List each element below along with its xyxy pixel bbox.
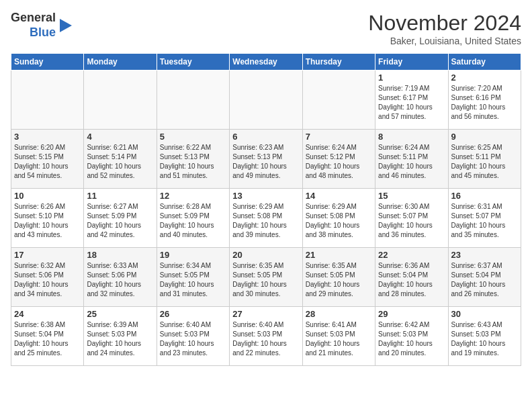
- day-number: 21: [306, 250, 372, 260]
- svg-marker-0: [60, 19, 72, 32]
- day-info: Sunrise: 6:41 AMSunset: 5:03 PMDaylight:…: [306, 320, 372, 358]
- calendar-week-row: 10Sunrise: 6:26 AMSunset: 5:10 PMDayligh…: [11, 189, 521, 248]
- day-info: Sunrise: 6:38 AMSunset: 5:04 PMDaylight:…: [14, 320, 81, 358]
- day-number: 22: [378, 250, 445, 260]
- day-number: 13: [232, 191, 299, 201]
- day-number: 7: [306, 132, 372, 142]
- day-info: Sunrise: 7:20 AMSunset: 6:16 PMDaylight:…: [451, 84, 518, 122]
- calendar-cell: 8Sunrise: 6:24 AMSunset: 5:11 PMDaylight…: [375, 130, 448, 189]
- day-number: 29: [378, 309, 445, 319]
- day-info: Sunrise: 6:33 AMSunset: 5:06 PMDaylight:…: [87, 261, 153, 299]
- calendar-table: SundayMondayTuesdayWednesdayThursdayFrid…: [11, 53, 521, 366]
- day-info: Sunrise: 6:28 AMSunset: 5:09 PMDaylight:…: [160, 202, 226, 240]
- day-info: Sunrise: 6:25 AMSunset: 5:11 PMDaylight:…: [451, 143, 518, 181]
- day-number: 20: [232, 250, 299, 260]
- calendar-cell: 6Sunrise: 6:23 AMSunset: 5:13 PMDaylight…: [230, 130, 302, 189]
- weekday-header: Wednesday: [230, 54, 302, 71]
- calendar-cell: [11, 71, 84, 130]
- calendar-cell: 28Sunrise: 6:41 AMSunset: 5:03 PMDayligh…: [302, 307, 375, 366]
- weekday-header-row: SundayMondayTuesdayWednesdayThursdayFrid…: [11, 54, 521, 71]
- day-number: 10: [14, 191, 81, 201]
- location-label: Baker, Louisiana, United States: [368, 36, 521, 46]
- day-number: 12: [160, 191, 226, 201]
- day-info: Sunrise: 6:26 AMSunset: 5:10 PMDaylight:…: [14, 202, 81, 240]
- day-number: 5: [160, 132, 226, 142]
- calendar-cell: 21Sunrise: 6:35 AMSunset: 5:05 PMDayligh…: [302, 248, 375, 307]
- day-number: 15: [378, 191, 445, 201]
- day-info: Sunrise: 6:21 AMSunset: 5:14 PMDaylight:…: [87, 143, 153, 181]
- month-title: November 2024: [368, 11, 521, 36]
- day-number: 27: [232, 309, 299, 319]
- day-number: 9: [451, 132, 518, 142]
- day-info: Sunrise: 6:32 AMSunset: 5:06 PMDaylight:…: [14, 261, 81, 299]
- day-info: Sunrise: 6:42 AMSunset: 5:03 PMDaylight:…: [378, 320, 445, 358]
- calendar-cell: 23Sunrise: 6:37 AMSunset: 5:04 PMDayligh…: [448, 248, 521, 307]
- day-info: Sunrise: 6:39 AMSunset: 5:03 PMDaylight:…: [87, 320, 153, 358]
- day-number: 25: [87, 309, 153, 319]
- day-info: Sunrise: 6:40 AMSunset: 5:03 PMDaylight:…: [160, 320, 226, 358]
- weekday-header: Sunday: [11, 54, 84, 71]
- day-info: Sunrise: 6:20 AMSunset: 5:15 PMDaylight:…: [14, 143, 81, 181]
- day-number: 3: [14, 132, 81, 142]
- calendar-cell: 29Sunrise: 6:42 AMSunset: 5:03 PMDayligh…: [375, 307, 448, 366]
- calendar-cell: 19Sunrise: 6:34 AMSunset: 5:05 PMDayligh…: [157, 248, 229, 307]
- calendar-cell: 9Sunrise: 6:25 AMSunset: 5:11 PMDaylight…: [448, 130, 521, 189]
- day-info: Sunrise: 6:40 AMSunset: 5:03 PMDaylight:…: [232, 320, 299, 358]
- calendar-cell: 27Sunrise: 6:40 AMSunset: 5:03 PMDayligh…: [230, 307, 302, 366]
- calendar-cell: 16Sunrise: 6:31 AMSunset: 5:07 PMDayligh…: [448, 189, 521, 248]
- calendar-cell: 14Sunrise: 6:29 AMSunset: 5:08 PMDayligh…: [302, 189, 375, 248]
- logo: General Blue: [11, 11, 73, 40]
- calendar-cell: 20Sunrise: 6:35 AMSunset: 5:05 PMDayligh…: [230, 248, 302, 307]
- day-info: Sunrise: 6:35 AMSunset: 5:05 PMDaylight:…: [306, 261, 372, 299]
- calendar-week-row: 17Sunrise: 6:32 AMSunset: 5:06 PMDayligh…: [11, 248, 521, 307]
- day-number: 16: [451, 191, 518, 201]
- day-number: 18: [87, 250, 153, 260]
- weekday-header: Monday: [84, 54, 157, 71]
- day-number: 19: [160, 250, 226, 260]
- calendar-cell: 30Sunrise: 6:43 AMSunset: 5:03 PMDayligh…: [448, 307, 521, 366]
- weekday-header: Tuesday: [157, 54, 229, 71]
- day-info: Sunrise: 6:29 AMSunset: 5:08 PMDaylight:…: [232, 202, 299, 240]
- day-info: Sunrise: 6:36 AMSunset: 5:04 PMDaylight:…: [378, 261, 445, 299]
- day-info: Sunrise: 6:22 AMSunset: 5:13 PMDaylight:…: [160, 143, 226, 181]
- day-info: Sunrise: 6:34 AMSunset: 5:05 PMDaylight:…: [160, 261, 226, 299]
- day-number: 8: [378, 132, 445, 142]
- title-block: November 2024 Baker, Louisiana, United S…: [368, 11, 521, 46]
- day-number: 11: [87, 191, 153, 201]
- day-info: Sunrise: 6:24 AMSunset: 5:12 PMDaylight:…: [306, 143, 372, 181]
- calendar-cell: 7Sunrise: 6:24 AMSunset: 5:12 PMDaylight…: [302, 130, 375, 189]
- weekday-header: Saturday: [448, 54, 521, 71]
- calendar-cell: 4Sunrise: 6:21 AMSunset: 5:14 PMDaylight…: [84, 130, 157, 189]
- page-header: General Blue November 2024 Baker, Louisi…: [11, 11, 521, 46]
- day-number: 30: [451, 309, 518, 319]
- calendar-cell: 22Sunrise: 6:36 AMSunset: 5:04 PMDayligh…: [375, 248, 448, 307]
- calendar-cell: 5Sunrise: 6:22 AMSunset: 5:13 PMDaylight…: [157, 130, 229, 189]
- day-number: 23: [451, 250, 518, 260]
- logo-general: General: [11, 11, 56, 26]
- calendar-cell: 18Sunrise: 6:33 AMSunset: 5:06 PMDayligh…: [84, 248, 157, 307]
- logo-arrow-icon: [60, 16, 73, 35]
- calendar-cell: 12Sunrise: 6:28 AMSunset: 5:09 PMDayligh…: [157, 189, 229, 248]
- calendar-cell: 2Sunrise: 7:20 AMSunset: 6:16 PMDaylight…: [448, 71, 521, 130]
- weekday-header: Friday: [375, 54, 448, 71]
- day-number: 2: [451, 73, 518, 83]
- day-info: Sunrise: 7:19 AMSunset: 6:17 PMDaylight:…: [378, 84, 445, 122]
- day-number: 4: [87, 132, 153, 142]
- calendar-cell: 10Sunrise: 6:26 AMSunset: 5:10 PMDayligh…: [11, 189, 84, 248]
- day-number: 28: [306, 309, 372, 319]
- day-number: 26: [160, 309, 226, 319]
- calendar-cell: 1Sunrise: 7:19 AMSunset: 6:17 PMDaylight…: [375, 71, 448, 130]
- calendar-cell: [157, 71, 229, 130]
- day-number: 1: [378, 73, 445, 83]
- calendar-cell: [302, 71, 375, 130]
- day-info: Sunrise: 6:35 AMSunset: 5:05 PMDaylight:…: [232, 261, 299, 299]
- day-info: Sunrise: 6:29 AMSunset: 5:08 PMDaylight:…: [306, 202, 372, 240]
- day-info: Sunrise: 6:31 AMSunset: 5:07 PMDaylight:…: [451, 202, 518, 240]
- calendar-cell: 25Sunrise: 6:39 AMSunset: 5:03 PMDayligh…: [84, 307, 157, 366]
- calendar-cell: 24Sunrise: 6:38 AMSunset: 5:04 PMDayligh…: [11, 307, 84, 366]
- day-info: Sunrise: 6:27 AMSunset: 5:09 PMDaylight:…: [87, 202, 153, 240]
- calendar-week-row: 24Sunrise: 6:38 AMSunset: 5:04 PMDayligh…: [11, 307, 521, 366]
- calendar-cell: 11Sunrise: 6:27 AMSunset: 5:09 PMDayligh…: [84, 189, 157, 248]
- calendar-cell: [84, 71, 157, 130]
- calendar-cell: 13Sunrise: 6:29 AMSunset: 5:08 PMDayligh…: [230, 189, 302, 248]
